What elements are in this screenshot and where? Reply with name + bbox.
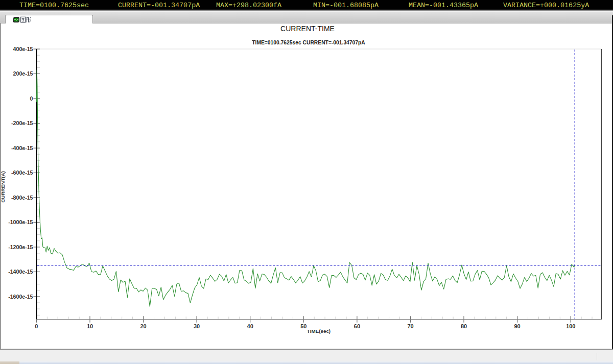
svg-text:0: 0 [35,323,38,329]
svg-text:TIME=0100.7625sec CURRENT=-001: TIME=0100.7625sec CURRENT=-001.34707pA [252,40,365,45]
svg-text:50: 50 [300,323,306,329]
svg-text:200e-15: 200e-15 [13,70,33,77]
svg-text:-1000e-15: -1000e-15 [8,219,33,225]
svg-text:-1200e-15: -1200e-15 [8,244,33,250]
svg-text:100: 100 [566,323,575,329]
svg-text:-200e-15: -200e-15 [11,120,33,126]
svg-text:30: 30 [194,323,200,329]
svg-text:CURRENT-TIME: CURRENT-TIME [280,25,335,33]
svg-text:-400e-15: -400e-15 [11,145,33,151]
svg-text:TIME(sec): TIME(sec) [307,328,331,334]
svg-text:-600e-15: -600e-15 [11,169,33,176]
svg-text:CURRENT(A): CURRENT(A) [0,171,6,203]
svg-text:-800e-15: -800e-15 [11,195,33,201]
svg-text:-1400e-15: -1400e-15 [8,269,33,275]
svg-text:70: 70 [407,323,413,329]
svg-text:400e-15: 400e-15 [13,46,33,52]
svg-text:0: 0 [30,95,33,102]
svg-text:40: 40 [247,323,253,329]
svg-text:60: 60 [354,323,360,329]
svg-text:90: 90 [514,323,520,329]
svg-text:-1600e-15: -1600e-15 [8,294,33,300]
svg-text:20: 20 [140,323,146,329]
svg-text:10: 10 [87,323,93,329]
svg-text:80: 80 [461,323,467,329]
